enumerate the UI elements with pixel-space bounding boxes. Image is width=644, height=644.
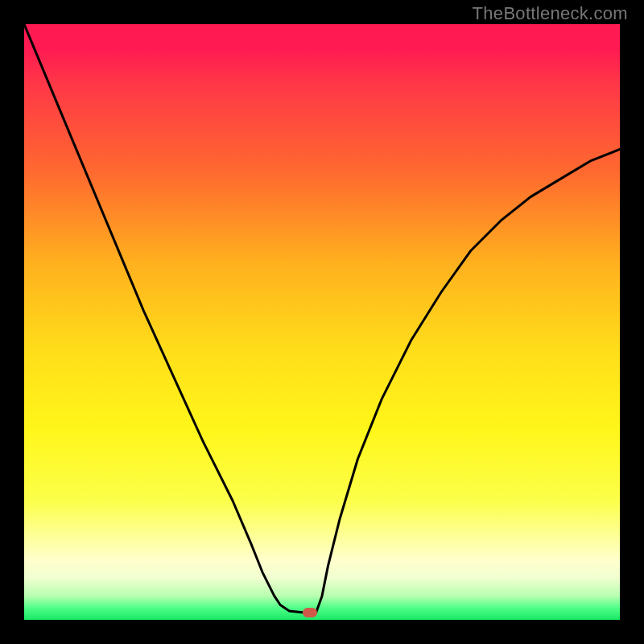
curve-path bbox=[24, 24, 620, 613]
bottleneck-curve bbox=[24, 24, 620, 620]
chart-frame: TheBottleneck.com bbox=[0, 0, 644, 644]
watermark-text: TheBottleneck.com bbox=[473, 3, 628, 24]
plot-area bbox=[24, 24, 620, 620]
optimal-marker bbox=[303, 608, 317, 617]
